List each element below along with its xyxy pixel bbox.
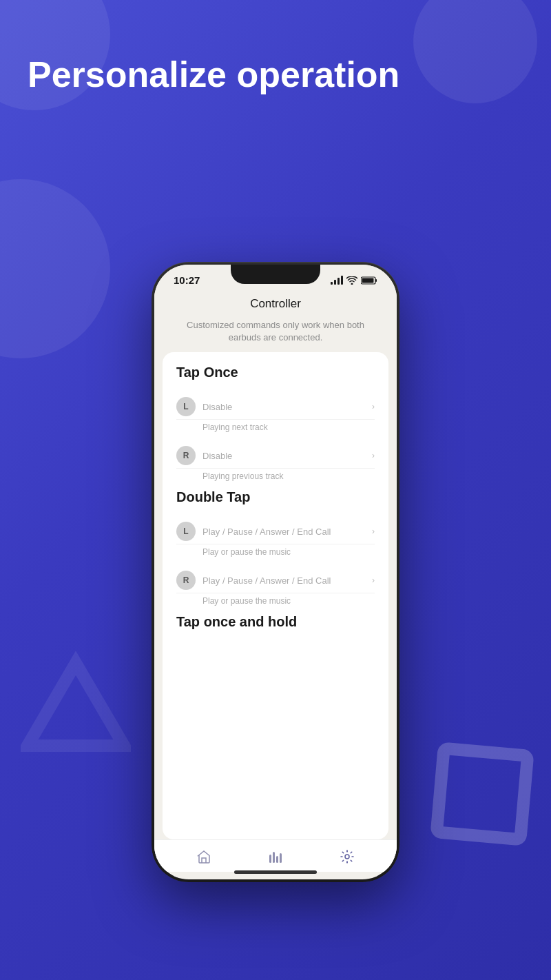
- tap-once-r-row[interactable]: R Disable ›: [176, 440, 375, 469]
- signal-icon: [331, 276, 343, 285]
- nav-equalizer[interactable]: [266, 847, 285, 866]
- double-tap-section: Double Tap L Play / Pause / Answer / End…: [176, 489, 375, 606]
- svg-point-8: [345, 855, 349, 859]
- badge-l-double-tap: L: [176, 522, 196, 541]
- nav-home[interactable]: [194, 847, 214, 866]
- screen-title: Controller: [168, 297, 383, 311]
- page-title: Personalize operation: [28, 55, 399, 94]
- phone-notch: [231, 265, 320, 284]
- badge-l-tap-once: L: [176, 397, 196, 416]
- double-tap-r-row[interactable]: R Play / Pause / Answer / End Call ›: [176, 565, 375, 593]
- svg-rect-7: [280, 853, 282, 863]
- tap-once-r-chevron: ›: [372, 451, 375, 460]
- badge-r-double-tap: R: [176, 571, 196, 590]
- double-tap-title: Double Tap: [176, 489, 375, 505]
- tap-once-r-action: Disable: [202, 451, 372, 461]
- double-tap-l-desc: Play or pause the music: [176, 547, 375, 557]
- svg-rect-3: [362, 278, 374, 283]
- svg-rect-4: [269, 855, 271, 863]
- double-tap-l-action: Play / Pause / Answer / End Call: [202, 527, 372, 537]
- double-tap-r-chevron: ›: [372, 575, 375, 585]
- tap-once-l-desc: Playing next track: [176, 422, 375, 432]
- controller-card: Tap Once L Disable › Playing next track: [163, 352, 388, 839]
- nav-settings[interactable]: [337, 847, 357, 866]
- phone-mockup: 10:27: [152, 262, 399, 882]
- svg-rect-2: [375, 279, 377, 282]
- tap-once-l-action: Disable: [202, 402, 372, 412]
- svg-marker-0: [28, 663, 124, 746]
- tap-once-l-chevron: ›: [372, 402, 375, 411]
- tap-once-r-desc: Playing previous track: [176, 471, 375, 481]
- status-time: 10:27: [174, 274, 200, 286]
- screen-header: Controller: [154, 292, 397, 319]
- status-icons: [331, 276, 377, 285]
- double-tap-l-row[interactable]: L Play / Pause / Answer / End Call ›: [176, 516, 375, 544]
- bottom-nav: [154, 839, 397, 872]
- tap-hold-section: Tap once and hold: [176, 614, 375, 630]
- svg-rect-6: [276, 856, 278, 863]
- tap-once-l-row[interactable]: L Disable ›: [176, 391, 375, 420]
- bg-decoration-3: [0, 179, 110, 358]
- screen-subtitle: Customized commands only work when both …: [154, 319, 397, 352]
- svg-rect-5: [273, 852, 275, 863]
- tap-hold-title: Tap once and hold: [176, 614, 375, 630]
- tap-once-section: Tap Once L Disable › Playing next track: [176, 365, 375, 481]
- double-tap-r-action: Play / Pause / Answer / End Call: [202, 575, 372, 586]
- screen-content: Controller Customized commands only work…: [154, 292, 397, 872]
- bg-decoration-2: [413, 0, 537, 103]
- tap-once-title: Tap Once: [176, 365, 375, 380]
- double-tap-r-desc: Play or pause the music: [176, 596, 375, 606]
- bg-square: [430, 742, 534, 846]
- home-indicator: [234, 870, 317, 872]
- battery-icon: [361, 276, 377, 285]
- wifi-icon: [346, 276, 357, 285]
- double-tap-l-chevron: ›: [372, 527, 375, 536]
- bg-triangle: [21, 649, 131, 759]
- badge-r-tap-once: R: [176, 446, 196, 465]
